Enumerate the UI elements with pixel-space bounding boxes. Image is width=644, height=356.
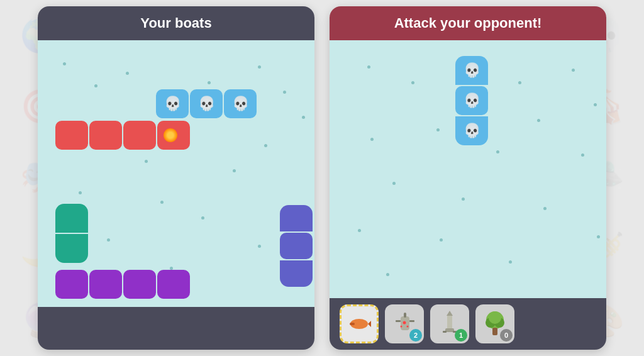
missile-badge: 1: [455, 329, 467, 342]
skull-icon: 💀: [464, 62, 480, 79]
game-panels: Your boats: [38, 6, 606, 350]
svg-rect-6: [409, 320, 414, 322]
weapon-bomb[interactable]: 2: [385, 304, 424, 343]
svg-marker-1: [368, 321, 371, 327]
bomb-badge: 2: [409, 329, 422, 342]
your-boats-panel: Your boats: [38, 6, 314, 350]
attack-header: Attack your opponent!: [330, 6, 606, 40]
skull-icon: 💀: [164, 96, 181, 112]
your-boats-header: Your boats: [38, 6, 314, 40]
your-boats-footer: [38, 307, 314, 350]
weapon-torpedo[interactable]: [340, 304, 379, 343]
skull-icon: 💀: [464, 92, 480, 109]
torpedo-icon: [347, 317, 371, 331]
your-boats-title: Your boats: [140, 15, 211, 31]
attack-footer: 2 1: [330, 298, 606, 350]
svg-marker-11: [447, 311, 453, 316]
skull-icon: 💀: [198, 96, 215, 112]
attack-canvas: 💀 💀 💀: [336, 47, 600, 292]
weapon-tree[interactable]: 0: [475, 304, 514, 343]
your-boats-grid[interactable]: 💀 💀 💀: [38, 40, 314, 307]
svg-point-7: [403, 321, 406, 325]
tree-badge: 0: [500, 329, 513, 342]
svg-rect-2: [350, 323, 355, 325]
svg-rect-12: [445, 328, 454, 332]
attack-panel: Attack your opponent!: [330, 6, 606, 350]
attack-title: Attack your opponent!: [394, 15, 542, 31]
skull-icon: 💀: [232, 96, 249, 112]
svg-point-19: [489, 311, 501, 324]
svg-point-8: [401, 326, 402, 328]
skull-icon: 💀: [464, 123, 480, 139]
svg-rect-13: [443, 331, 447, 333]
svg-rect-4: [404, 313, 406, 318]
attack-grid[interactable]: 💀 💀 💀: [330, 40, 606, 298]
weapon-missile[interactable]: 1: [430, 304, 469, 343]
svg-rect-5: [396, 320, 401, 322]
svg-rect-16: [492, 328, 497, 335]
your-boats-canvas: 💀 💀 💀: [44, 47, 308, 292]
svg-point-9: [407, 326, 409, 328]
